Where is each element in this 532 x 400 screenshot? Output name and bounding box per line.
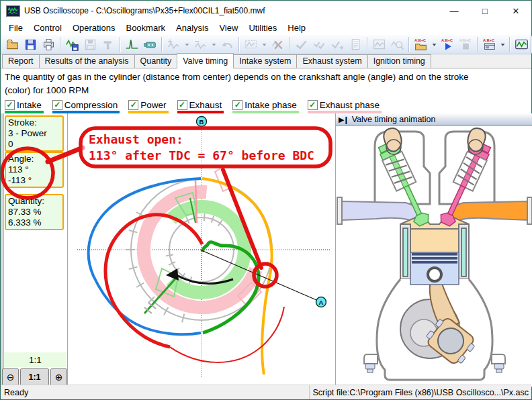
toolbar-separator: [477, 37, 478, 52]
legend-row: ✓Intake✓Compression✓Power✓Exhaust✓Intake…: [5, 100, 382, 113]
exhaust-phase-wedge-top: [215, 167, 231, 191]
description-text: The quantity of gas in the cylinder (dis…: [5, 70, 527, 97]
menu-bar: FileControlOperationsBookmarkAnalysisVie…: [1, 21, 531, 35]
close-button[interactable]: ✕: [500, 1, 531, 21]
stroke-label: Stroke:: [8, 117, 60, 128]
chart-frame-button[interactable]: [370, 36, 388, 54]
menu-item-operations[interactable]: Operations: [67, 21, 121, 34]
checkbox-icon[interactable]: ✓: [5, 100, 15, 110]
tab-bar: ReportResults of the analysisQuantityVal…: [1, 54, 531, 68]
run-script-button[interactable]: [439, 36, 457, 54]
legend-exhaust-checkbox[interactable]: ✓Exhaust: [177, 100, 224, 113]
instrument-button[interactable]: [141, 36, 159, 54]
view-oscillogram-button[interactable]: [513, 36, 531, 54]
checkbox-icon[interactable]: ✓: [232, 100, 242, 110]
select-region-button-dropdown[interactable]: [260, 36, 269, 53]
undo-button[interactable]: [218, 36, 236, 54]
apply-button[interactable]: [292, 36, 310, 54]
open-script-button[interactable]: [412, 36, 430, 54]
cancel-zoom-button[interactable]: [269, 36, 287, 54]
toolbar-separator: [120, 37, 121, 52]
chart-zoom-button[interactable]: [388, 36, 406, 54]
coolant-jacket-right: [461, 228, 466, 277]
script-window-button-dropdown[interactable]: [498, 36, 507, 53]
toolbar-separator: [289, 37, 290, 52]
checkbox-icon[interactable]: ✓: [308, 100, 318, 110]
minimize-button[interactable]: —: [439, 1, 470, 21]
legend-power-checkbox[interactable]: ✓Power: [128, 100, 168, 113]
piston-ring-3: [412, 261, 457, 264]
open-file-button[interactable]: [3, 36, 21, 54]
angle-value-1: 113 °: [8, 164, 60, 175]
menu-item-file[interactable]: File: [3, 21, 28, 34]
engine-diagram: [336, 126, 532, 387]
select-region-button[interactable]: [242, 36, 260, 54]
bolt-left: [365, 364, 375, 369]
rotation-arrow-head: [166, 268, 179, 281]
tab-results-of-the-analysis[interactable]: Results of the analysis: [39, 54, 135, 68]
stop-script-button[interactable]: [457, 36, 475, 54]
description-line2: (color) for 1000 RPM: [5, 84, 527, 97]
save-file-button[interactable]: [21, 36, 40, 54]
info-panel: Stroke: 3 - Power 0 Angle: 113 ° -113 ° …: [1, 113, 68, 387]
menu-item-bookmark[interactable]: Bookmark: [120, 21, 171, 34]
zoom-reset-button[interactable]: 1:1: [20, 368, 49, 386]
menu-item-view[interactable]: View: [214, 21, 243, 34]
valve-timing-chart[interactable]: B A: [68, 113, 335, 387]
legend-label: Intake phase: [245, 100, 296, 110]
legend-label: Exhaust: [189, 100, 222, 110]
checkbox-icon[interactable]: ✓: [177, 100, 187, 110]
tab-intake-system[interactable]: Intake system: [233, 54, 297, 68]
legend-label: Compression: [64, 100, 118, 110]
remove-waveform-button-dropdown[interactable]: [210, 36, 218, 53]
piston-ring-2: [412, 257, 457, 260]
legend-intake-checkbox[interactable]: ✓Intake: [5, 100, 44, 113]
menu-item-control[interactable]: Control: [28, 21, 67, 34]
animation-header[interactable]: ▶❙ Valve timing animation: [336, 113, 532, 126]
tab-quantity[interactable]: Quantity: [134, 54, 178, 68]
status-message: Ready: [1, 388, 309, 397]
save-oscillogram-image-button[interactable]: [63, 36, 81, 54]
menu-item-help[interactable]: Help: [282, 21, 311, 34]
apply-all-button[interactable]: [310, 36, 328, 54]
quantity-value-1: 87.33 %: [8, 207, 60, 217]
remove-waveform-button[interactable]: [191, 36, 210, 54]
single-capture-button[interactable]: [123, 36, 141, 54]
tab-valve-timing[interactable]: Valve timing: [177, 53, 234, 68]
legend-exhaust-phase-checkbox[interactable]: ✓Exhaust phase: [308, 100, 382, 113]
zoom-controls: ⊖ 1:1 ⊕: [2, 368, 67, 386]
legend-intake-phase-checkbox[interactable]: ✓Intake phase: [232, 100, 298, 113]
export-tool-button[interactable]: [99, 36, 118, 54]
checkbox-icon[interactable]: ✓: [52, 100, 62, 110]
notes-button[interactable]: [347, 36, 365, 54]
scale-ratio-label: 1:1: [4, 352, 66, 367]
zoom-out-button[interactable]: ⊖: [2, 368, 19, 386]
play-icon: ▶❙: [339, 115, 348, 124]
tab-report[interactable]: Report: [2, 54, 40, 68]
tab-ignition-timing[interactable]: Ignition timing: [367, 54, 431, 68]
print-button[interactable]: [40, 36, 58, 54]
open-script-button-dropdown[interactable]: [430, 36, 439, 53]
save-image-copy-button[interactable]: [81, 36, 99, 54]
apply-next-button[interactable]: [328, 36, 347, 54]
mount-foot-left: [364, 354, 378, 364]
menu-item-analysis[interactable]: Analysis: [171, 21, 214, 34]
menu-item-utilities[interactable]: Utilities: [243, 21, 282, 34]
maximize-button[interactable]: □: [470, 1, 500, 21]
tab-exhaust-system[interactable]: Exhaust system: [296, 54, 367, 68]
checkbox-icon[interactable]: ✓: [128, 100, 138, 110]
script-window-button[interactable]: [480, 36, 498, 54]
zoom-in-button[interactable]: ⊕: [50, 368, 67, 386]
toolbar-separator: [238, 37, 240, 52]
angle-infobox: Angle: 113 ° -113 °: [5, 152, 64, 188]
splitter[interactable]: [1, 113, 4, 387]
toolbar-separator: [408, 37, 410, 52]
legend-label: Intake: [17, 100, 42, 110]
add-waveform-button-dropdown[interactable]: [183, 36, 191, 53]
app-icon: [6, 5, 20, 17]
window-title: USB Oscilloscope - C:\Oscillograms\Px35+…: [24, 6, 265, 15]
cylinder-charge: [410, 228, 459, 254]
legend-label: Exhaust phase: [320, 100, 380, 110]
legend-compression-checkbox[interactable]: ✓Compression: [52, 100, 120, 113]
add-waveform-button[interactable]: [165, 36, 183, 54]
